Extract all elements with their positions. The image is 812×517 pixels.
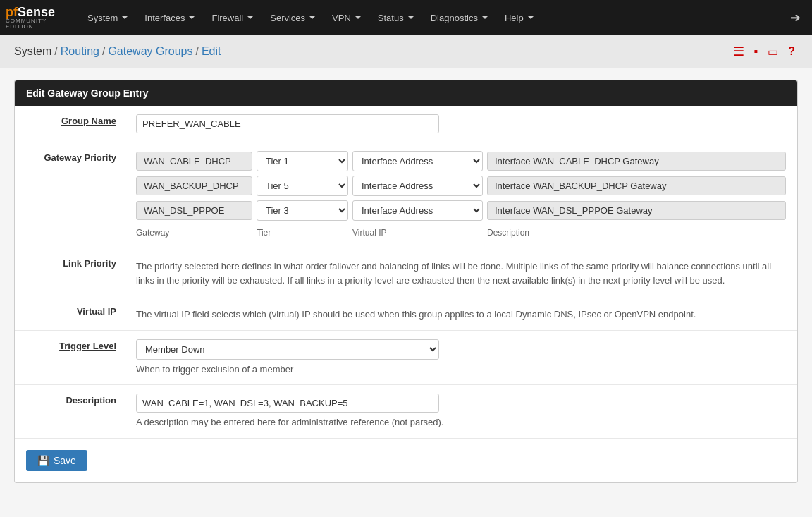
group-name-label: Group Name (15, 106, 128, 142)
gateway-priority-value-cell: WAN_CABLE_DHCP Tier 1Tier 2Tier 3Tier 4T… (128, 142, 797, 248)
virtual-ip-label: Virtual IP (15, 296, 128, 331)
nav-help[interactable]: Help (498, 8, 541, 28)
trigger-level-select[interactable]: Member Down Packet Loss High Latency Pac… (136, 339, 439, 360)
trigger-level-value-cell: Member Down Packet Loss High Latency Pac… (128, 330, 797, 385)
col-header-description: Description (487, 228, 786, 238)
nav-vpn[interactable]: VPN (325, 8, 368, 28)
navbar-right: ➔ (785, 4, 806, 31)
description-help: A description may be entered here for ad… (136, 415, 786, 430)
sliders-icon[interactable]: ☰ (730, 42, 747, 61)
gateway-priority-row: Gateway Priority WAN_CABLE_DHCP Tier 1Ti… (15, 142, 797, 248)
help-icon[interactable]: ? (785, 44, 798, 59)
chevron-down-icon (122, 16, 128, 19)
nav-firewall[interactable]: Firewall (204, 8, 260, 28)
gw-tier-1[interactable]: Tier 1Tier 2Tier 3Tier 4Tier 5Never (257, 151, 348, 171)
gw-name-3: WAN_DSL_PPPOE (136, 201, 252, 220)
group-name-input[interactable] (136, 114, 439, 133)
chevron-down-icon (309, 16, 315, 19)
brand-logo[interactable]: pfSense COMMUNITY EDITION (6, 4, 69, 31)
chevron-down-icon (528, 16, 534, 19)
panel-body: Group Name Gateway Priority WAN_CABLE_DH… (15, 106, 797, 482)
breadcrumb-icons: ☰ ▪ ▭ ? (730, 42, 798, 61)
gateway-priority-label: Gateway Priority (15, 142, 128, 248)
chart-icon[interactable]: ▪ (751, 44, 761, 59)
virtual-ip-row: Virtual IP The virtual IP field selects … (15, 296, 797, 331)
edit-panel: Edit Gateway Group Entry Group Name Gate… (14, 80, 798, 483)
col-header-virtualip: Virtual IP (352, 228, 483, 238)
gw-name-1: WAN_CABLE_DHCP (136, 152, 252, 171)
link-priority-row: Link Priority The priority selected here… (15, 248, 797, 296)
trigger-level-row: Trigger Level Member Down Packet Loss Hi… (15, 330, 797, 385)
gw-desc-1: Interface WAN_CABLE_DHCP Gateway (487, 152, 786, 171)
form-table: Group Name Gateway Priority WAN_CABLE_DH… (15, 106, 797, 438)
trigger-level-help: When to trigger exclusion of a member (136, 363, 786, 377)
gw-desc-2: Interface WAN_BACKUP_DHCP Gateway (487, 176, 786, 195)
description-row: Description A description may be entered… (15, 385, 797, 438)
col-header-gateway: Gateway (136, 228, 252, 238)
panel-title: Edit Gateway Group Entry (15, 80, 797, 106)
description-input[interactable] (136, 394, 439, 413)
gw-vip-3[interactable]: Interface Address (352, 200, 483, 221)
nav-diagnostics[interactable]: Diagnostics (424, 8, 495, 28)
gw-row-3: WAN_DSL_PPPOE Tier 1Tier 2Tier 3Tier 4Ti… (136, 200, 786, 221)
virtual-ip-text: The virtual IP field selects which (virt… (136, 308, 786, 322)
nav-system[interactable]: System (80, 8, 135, 28)
gw-desc-3: Interface WAN_DSL_PPPOE Gateway (487, 201, 786, 220)
gw-name-2: WAN_BACKUP_DHCP (136, 176, 252, 195)
breadcrumb-routing[interactable]: Routing (61, 45, 99, 58)
nav-status[interactable]: Status (371, 8, 421, 28)
logout-icon[interactable]: ➔ (785, 4, 806, 31)
save-section: 💾 Save (15, 438, 797, 482)
breadcrumb-system: System (14, 45, 51, 58)
link-priority-value-cell: The priority selected here defines in wh… (128, 248, 797, 296)
gw-tier-3[interactable]: Tier 1Tier 2Tier 3Tier 4Tier 5Never (257, 200, 348, 221)
description-value-cell: A description may be entered here for ad… (128, 385, 797, 438)
gw-vip-2[interactable]: Interface Address (352, 176, 483, 196)
link-priority-text: The priority selected here defines in wh… (136, 260, 786, 287)
chevron-down-icon (189, 16, 195, 19)
col-header-tier: Tier (257, 228, 348, 238)
group-name-row: Group Name (15, 106, 797, 142)
link-priority-label: Link Priority (15, 248, 128, 296)
gw-row-1: WAN_CABLE_DHCP Tier 1Tier 2Tier 3Tier 4T… (136, 151, 786, 171)
floppy-icon: 💾 (37, 455, 49, 466)
nav-interfaces[interactable]: Interfaces (137, 8, 202, 28)
chevron-down-icon (482, 16, 488, 19)
navbar: pfSense COMMUNITY EDITION System Interfa… (0, 0, 812, 35)
trigger-level-label: Trigger Level (15, 330, 128, 385)
group-name-value-cell (128, 106, 797, 142)
gw-column-headers: Gateway Tier Virtual IP Description (136, 225, 786, 239)
chevron-down-icon (408, 16, 414, 19)
nav-services[interactable]: Services (263, 8, 322, 28)
chevron-down-icon (247, 16, 253, 19)
breadcrumb: System / Routing / Gateway Groups / Edit (14, 45, 221, 58)
gw-vip-1[interactable]: Interface Address (352, 151, 483, 171)
main-content: Edit Gateway Group Entry Group Name Gate… (0, 68, 812, 494)
description-label: Description (15, 385, 128, 438)
table-icon[interactable]: ▭ (765, 44, 781, 60)
breadcrumb-edit[interactable]: Edit (202, 45, 221, 58)
save-button[interactable]: 💾 Save (26, 450, 87, 471)
gw-row-2: WAN_BACKUP_DHCP Tier 1Tier 2Tier 3Tier 4… (136, 176, 786, 196)
breadcrumb-bar: System / Routing / Gateway Groups / Edit… (0, 35, 812, 68)
virtual-ip-value-cell: The virtual IP field selects which (virt… (128, 296, 797, 331)
breadcrumb-gateway-groups[interactable]: Gateway Groups (108, 45, 192, 58)
gw-tier-2[interactable]: Tier 1Tier 2Tier 3Tier 4Tier 5Never (257, 176, 348, 196)
chevron-down-icon (355, 16, 361, 19)
